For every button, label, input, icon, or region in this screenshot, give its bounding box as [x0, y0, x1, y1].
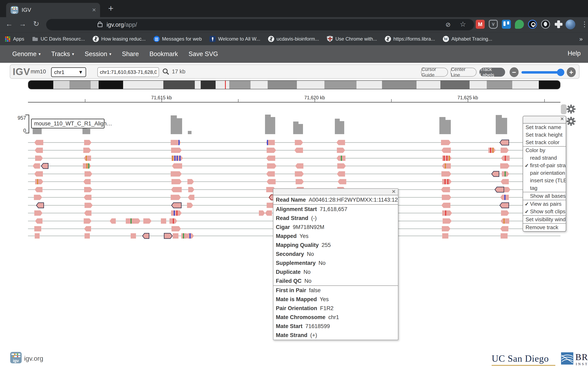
read[interactable]	[34, 140, 43, 145]
grammarly-extension-icon[interactable]	[515, 20, 524, 29]
zoom-slider[interactable]	[521, 71, 561, 74]
read[interactable]	[171, 187, 182, 192]
read[interactable]	[85, 203, 93, 208]
read[interactable]	[187, 179, 194, 184]
read[interactable]	[492, 171, 499, 176]
read[interactable]	[501, 233, 508, 239]
read[interactable]	[84, 140, 91, 145]
bookmark-item[interactable]: How leasing reduc...	[93, 36, 146, 42]
browser-menu-icon[interactable]: ⋮	[581, 20, 588, 28]
zoom-in-button[interactable]: +	[567, 67, 576, 77]
read[interactable]	[267, 179, 276, 184]
read[interactable]	[84, 218, 91, 224]
read[interactable]	[442, 195, 451, 200]
browser-tab[interactable]: igv IGV ×	[6, 3, 100, 17]
read[interactable]	[84, 156, 91, 161]
read[interactable]	[171, 171, 182, 176]
gear-icon[interactable]	[566, 104, 576, 114]
read[interactable]	[85, 233, 90, 239]
menu-tracks[interactable]: Tracks▾	[51, 50, 74, 58]
read[interactable]	[187, 233, 194, 239]
read[interactable]	[441, 203, 450, 208]
read[interactable]	[266, 156, 275, 161]
track-labels-button[interactable]: Track Labels	[479, 68, 505, 77]
read[interactable]	[172, 179, 182, 184]
menu-item-set-visibility-window[interactable]: Set visibility window	[523, 215, 566, 223]
read[interactable]	[83, 179, 91, 184]
read[interactable]	[338, 179, 346, 184]
read[interactable]	[488, 148, 496, 153]
read[interactable]	[172, 163, 182, 169]
footer-site-link[interactable]: igv.org	[24, 355, 43, 362]
menu-item-show-all-bases[interactable]: Show all bases	[523, 192, 566, 200]
track-label[interactable]: mouse_110_WT_C_R1_Align…	[31, 119, 104, 128]
read[interactable]	[35, 218, 43, 224]
read[interactable]	[83, 148, 91, 153]
read[interactable]	[143, 218, 151, 224]
read[interactable]	[164, 233, 172, 239]
zoom-out-page-icon[interactable]: ⊘	[445, 21, 450, 28]
read[interactable]	[84, 226, 91, 231]
menu-item-pair-orientation[interactable]: pair orientation	[523, 169, 566, 177]
read[interactable]	[337, 163, 346, 169]
bookmark-item[interactable]: Alphabet Tracing...	[443, 36, 492, 42]
read[interactable]	[265, 210, 272, 216]
read[interactable]	[34, 195, 42, 200]
read[interactable]	[295, 171, 304, 176]
menu-help[interactable]: Help	[568, 50, 581, 57]
read[interactable]	[504, 187, 510, 192]
menu-share[interactable]: Share	[122, 50, 139, 58]
gear-icon[interactable]	[566, 117, 576, 126]
read[interactable]	[172, 203, 181, 208]
tab-close-icon[interactable]: ×	[92, 6, 96, 14]
menu-item-set-track-height[interactable]: Set track height	[523, 131, 566, 139]
read[interactable]	[161, 218, 166, 224]
menu-session[interactable]: Session▾	[85, 50, 111, 58]
read[interactable]	[171, 195, 181, 200]
read[interactable]	[296, 179, 304, 184]
bookmark-item[interactable]: https://forms.libra...	[385, 36, 435, 42]
reload-icon[interactable]: ↻	[31, 20, 41, 28]
read[interactable]	[34, 171, 43, 176]
bookmark-item[interactable]: UC Davis Resourc...	[32, 36, 85, 42]
dot-extension-icon[interactable]	[541, 20, 550, 29]
mendeley-extension-icon[interactable]	[476, 20, 485, 29]
read[interactable]	[187, 203, 193, 208]
bookmarks-overflow-icon[interactable]: »	[579, 35, 583, 42]
read[interactable]	[143, 233, 149, 239]
read[interactable]	[442, 179, 452, 184]
close-icon[interactable]: ×	[392, 188, 396, 195]
zoom-out-button[interactable]: −	[510, 67, 519, 77]
search-icon[interactable]	[162, 68, 169, 75]
avatar[interactable]	[566, 20, 575, 29]
menu-item-set-track-name[interactable]: Set track name	[523, 124, 566, 131]
read[interactable]	[501, 148, 509, 153]
read[interactable]	[501, 218, 509, 224]
read[interactable]	[443, 218, 452, 224]
bookmark-item[interactable]: ucdavis-bioinform...	[268, 36, 319, 42]
menu-item-tag[interactable]: tag	[523, 184, 566, 192]
read[interactable]	[173, 233, 178, 239]
close-icon[interactable]: ×	[561, 116, 564, 122]
chromosome-ideogram[interactable]	[28, 80, 561, 89]
puzzle-extension-icon[interactable]	[554, 20, 563, 29]
read[interactable]	[267, 163, 277, 169]
track-scroll-handle[interactable]	[561, 104, 567, 114]
ucsd-logo[interactable]: UC San Diego	[492, 353, 549, 364]
onepassword-extension-icon[interactable]	[528, 20, 537, 29]
bookmark-item[interactable]: Use Chrome with...	[327, 36, 377, 42]
forward-icon[interactable]: →	[17, 20, 28, 28]
back-icon[interactable]: ←	[4, 20, 14, 28]
broad-logo-text[interactable]: BROAD	[575, 352, 588, 362]
chromosome-select[interactable]: chr1▼	[51, 67, 86, 77]
read[interactable]	[171, 148, 182, 153]
cursor-guide-button[interactable]: Cursor Guide	[421, 68, 448, 77]
zoom-slider-thumb[interactable]	[557, 69, 564, 76]
read[interactable]	[131, 233, 136, 239]
read[interactable]	[500, 203, 509, 208]
menu-item-color-by[interactable]: Color by	[523, 146, 566, 154]
new-tab-button[interactable]: +	[108, 3, 113, 13]
read[interactable]	[500, 140, 509, 145]
menu-item-view-as-pairs[interactable]: ✓View as pairs	[523, 200, 566, 208]
menu-item-read-strand[interactable]: read strand	[523, 154, 566, 162]
